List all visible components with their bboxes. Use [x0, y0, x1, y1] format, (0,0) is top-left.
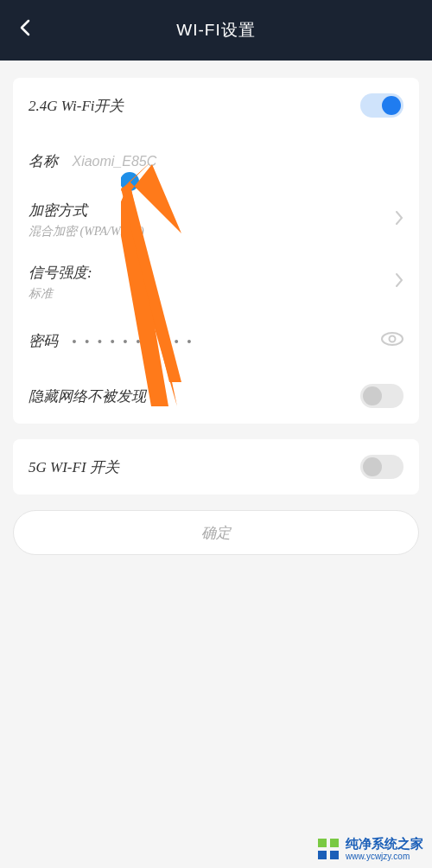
svg-rect-9: [318, 839, 327, 847]
svg-point-1: [390, 336, 396, 342]
wifi-5g-card: 5G WI-FI 开关: [13, 439, 419, 495]
toggle-knob: [363, 386, 382, 405]
wifi-name-value: Xiaomi_E85C: [72, 154, 156, 169]
header-bar: WI-FI设置: [0, 0, 432, 61]
svg-rect-11: [318, 851, 327, 859]
hide-network-label: 隐藏网络不被发现: [29, 386, 146, 406]
encryption-label: 加密方式: [29, 201, 144, 220]
watermark-url: www.ycwjzy.com: [346, 852, 423, 861]
hide-network-toggle[interactable]: [360, 384, 403, 408]
confirm-button[interactable]: 确定: [13, 510, 419, 555]
svg-point-0: [382, 333, 403, 345]
wifi-24g-switch-label: 2.4G Wi-Fi开关: [29, 96, 124, 116]
wifi-5g-toggle[interactable]: [360, 455, 403, 479]
signal-row[interactable]: 信号强度: 标准: [29, 251, 403, 313]
watermark-logo-icon: [316, 837, 340, 861]
wifi-5g-switch-label: 5G WI-FI 开关: [29, 457, 119, 477]
encryption-value: 混合加密 (WPA/WPA2): [29, 224, 144, 239]
toggle-knob: [363, 457, 382, 476]
password-row[interactable]: 密码 • • • • • • • • • •: [29, 313, 403, 368]
wifi-24g-switch-row: 2.4G Wi-Fi开关: [29, 78, 403, 133]
chevron-right-icon: [395, 208, 403, 231]
password-label: 密码: [29, 333, 58, 349]
svg-rect-10: [330, 839, 339, 847]
password-mask: • • • • • • • • • •: [72, 335, 194, 348]
hide-network-row: 隐藏网络不被发现: [29, 368, 403, 424]
eye-icon[interactable]: [381, 331, 403, 350]
content-area: 2.4G Wi-Fi开关 名称 Xiaomi_E85C 加密方式 混合加密 (W…: [0, 61, 432, 555]
signal-value: 标准: [29, 286, 92, 302]
encryption-row[interactable]: 加密方式 混合加密 (WPA/WPA2): [29, 188, 403, 251]
watermark-title: 纯净系统之家: [346, 837, 423, 852]
toggle-knob: [382, 96, 401, 115]
wifi-name-row[interactable]: 名称 Xiaomi_E85C: [29, 133, 403, 188]
signal-label: 信号强度:: [29, 263, 92, 283]
chevron-right-icon: [395, 271, 403, 293]
page-title: WI-FI设置: [176, 19, 255, 41]
svg-rect-12: [330, 851, 339, 859]
watermark: 纯净系统之家 www.ycwjzy.com: [316, 837, 423, 861]
wifi-24g-card: 2.4G Wi-Fi开关 名称 Xiaomi_E85C 加密方式 混合加密 (W…: [13, 78, 419, 424]
wifi-24g-toggle[interactable]: [360, 93, 403, 118]
wifi-name-label: 名称: [29, 153, 58, 169]
confirm-label: 确定: [201, 523, 231, 543]
back-icon[interactable]: [17, 17, 33, 44]
wifi-5g-switch-row: 5G WI-FI 开关: [29, 439, 403, 495]
